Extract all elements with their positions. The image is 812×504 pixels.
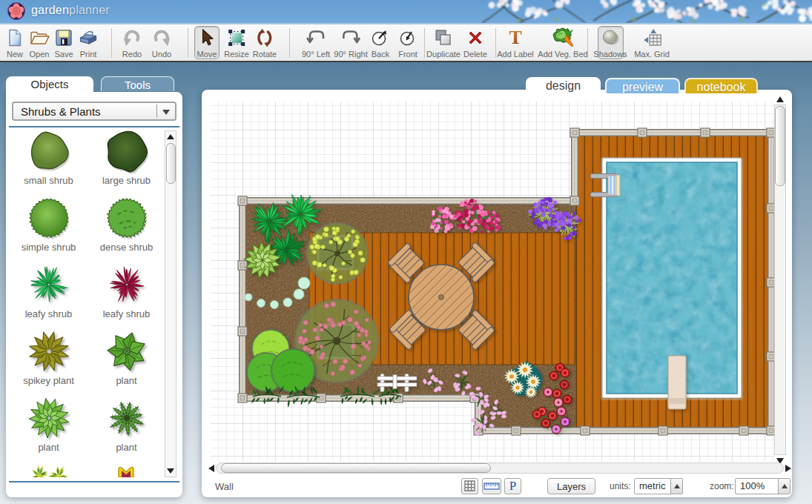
svg-text:T: T <box>509 27 521 48</box>
